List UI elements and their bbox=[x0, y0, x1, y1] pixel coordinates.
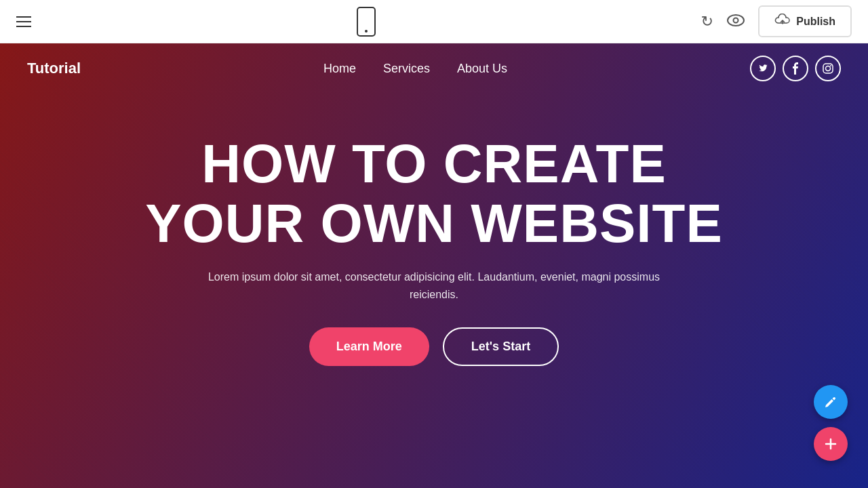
hero-title-line1: HOW TO CREATE bbox=[201, 134, 667, 194]
twitter-icon[interactable] bbox=[750, 56, 776, 81]
toolbar-left bbox=[16, 16, 31, 27]
svg-rect-2 bbox=[823, 64, 833, 73]
social-icons bbox=[750, 56, 841, 81]
preview-area: Tutorial Home Services About Us bbox=[0, 43, 868, 488]
facebook-icon[interactable] bbox=[783, 56, 808, 81]
nav-link-services[interactable]: Services bbox=[383, 62, 430, 76]
svg-point-4 bbox=[830, 65, 831, 66]
svg-point-1 bbox=[734, 18, 738, 22]
nav-link-home[interactable]: Home bbox=[323, 62, 356, 76]
add-fab-button[interactable] bbox=[814, 427, 848, 461]
toolbar-right: ↺ Publish bbox=[701, 5, 852, 37]
nav-link-about[interactable]: About Us bbox=[457, 62, 507, 76]
site-navigation: Tutorial Home Services About Us bbox=[0, 43, 868, 94]
undo-icon[interactable]: ↺ bbox=[701, 13, 713, 30]
preview-eye-icon[interactable] bbox=[727, 13, 745, 30]
svg-point-0 bbox=[728, 15, 744, 26]
toolbar: ↺ Publish bbox=[0, 0, 868, 43]
hero-title: HOW TO CREATE YOUR OWN WEBSITE bbox=[145, 134, 723, 253]
hero-section: Tutorial Home Services About Us bbox=[0, 43, 868, 488]
lets-start-button[interactable]: Let's Start bbox=[443, 327, 559, 366]
publish-label: Publish bbox=[796, 16, 835, 28]
site-logo: Tutorial bbox=[27, 60, 81, 77]
fab-container bbox=[814, 385, 848, 461]
hero-title-line2: YOUR OWN WEBSITE bbox=[145, 193, 723, 253]
mobile-icon-dot bbox=[365, 30, 368, 33]
cloud-upload-icon bbox=[774, 14, 791, 29]
hamburger-menu-icon[interactable] bbox=[16, 16, 31, 27]
mobile-preview-icon[interactable] bbox=[357, 7, 376, 37]
learn-more-button[interactable]: Learn More bbox=[309, 327, 429, 366]
site-nav-links: Home Services About Us bbox=[323, 62, 507, 76]
instagram-icon[interactable] bbox=[815, 56, 841, 81]
hero-content: HOW TO CREATE YOUR OWN WEBSITE Lorem ips… bbox=[77, 134, 791, 366]
publish-button[interactable]: Publish bbox=[758, 5, 852, 37]
toolbar-center bbox=[357, 7, 376, 37]
svg-point-3 bbox=[826, 66, 831, 71]
hero-buttons: Learn More Let's Start bbox=[309, 327, 559, 366]
hero-subtitle: Lorem ipsum dolor sit amet, consectetur … bbox=[197, 268, 671, 303]
edit-fab-button[interactable] bbox=[814, 385, 848, 419]
